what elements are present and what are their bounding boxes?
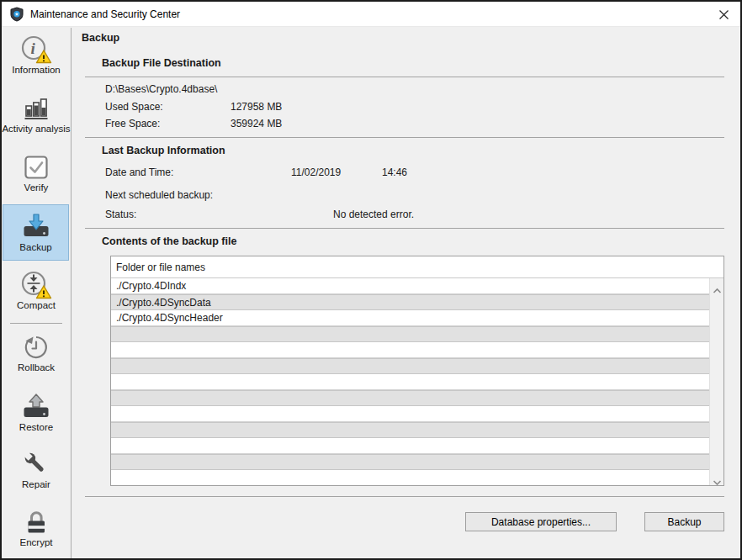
database-properties-button[interactable]: Database properties...	[465, 512, 617, 531]
sidebar-item-restore[interactable]: Restore	[2, 392, 71, 433]
list-row[interactable]	[111, 422, 709, 438]
list-row[interactable]	[111, 342, 709, 358]
repair-icon	[22, 449, 50, 479]
rollback-icon	[22, 332, 50, 362]
maintenance-security-center-window: Maintenance and Security Center i Inform…	[0, 0, 742, 560]
section-separator	[85, 137, 724, 138]
sidebar-item-label: Verify	[24, 182, 49, 193]
window-title: Maintenance and Security Center	[30, 8, 180, 20]
sidebar-item-label: Compact	[17, 300, 56, 311]
destination-path: D:\Bases\Crypto.4dbase\	[105, 83, 217, 95]
sidebar-item-backup[interactable]: Backup	[3, 204, 69, 261]
sidebar-item-label: Information	[12, 65, 61, 76]
title-bar: Maintenance and Security Center	[2, 2, 740, 27]
sidebar-item-label: Encrypt	[20, 537, 53, 548]
list-row[interactable]	[111, 406, 709, 422]
date-value: 11/02/2019	[291, 166, 341, 178]
status-value: No detected error.	[333, 209, 414, 220]
compact-icon	[20, 270, 52, 300]
sidebar-item-repair[interactable]: Repair	[2, 449, 71, 490]
list-row[interactable]	[111, 374, 709, 390]
next-backup-label: Next scheduled backup:	[105, 189, 213, 201]
sidebar-item-encrypt[interactable]: Encrypt	[2, 507, 71, 548]
scroll-up-icon[interactable]	[713, 283, 722, 289]
page-title: Backup	[82, 32, 119, 44]
time-value: 14:46	[382, 166, 407, 178]
close-icon[interactable]	[714, 6, 733, 23]
sidebar-item-label: Activity analysis	[2, 124, 70, 135]
sidebar-item-activity-analysis[interactable]: Activity analysis	[2, 93, 71, 135]
list-row[interactable]	[111, 326, 709, 342]
verify-icon	[22, 152, 50, 182]
backup-page: Backup Backup File Destination D:\Bases\…	[72, 28, 740, 558]
information-icon: i	[20, 34, 52, 65]
sidebar-item-label: Backup	[19, 242, 51, 253]
encrypt-icon	[22, 507, 50, 537]
sidebar-item-label: Rollback	[18, 362, 55, 373]
list-column-header: Folder or file names	[111, 256, 723, 278]
backup-icon	[21, 212, 51, 242]
date-time-label: Date and Time:	[105, 166, 173, 178]
section-separator	[85, 228, 724, 229]
list-row[interactable]: ./Crypto.4DSyncData	[111, 294, 709, 310]
list-row[interactable]	[111, 390, 709, 406]
sidebar-item-information[interactable]: i Information	[2, 34, 71, 76]
list-row[interactable]	[111, 358, 709, 374]
backup-button[interactable]: Backup	[644, 512, 724, 531]
sidebar-item-verify[interactable]: Verify	[2, 152, 71, 193]
status-label: Status:	[105, 209, 136, 220]
list-row[interactable]: ./Crypto.4DIndx	[111, 278, 709, 294]
backup-contents-list: Folder or file names ./Crypto.4DIndx./Cr…	[110, 256, 724, 486]
footer-separator	[85, 496, 724, 497]
list-row[interactable]: ./Crypto.4DSyncHeader	[111, 310, 709, 326]
shield-icon	[9, 7, 24, 22]
used-space-label: Used Space:	[105, 101, 163, 113]
sidebar-divider	[10, 323, 62, 324]
contents-heading: Contents of the backup file	[102, 235, 236, 247]
list-row[interactable]	[111, 454, 709, 470]
backup-contents-list-rows: ./Crypto.4DIndx./Crypto.4DSyncData./Cryp…	[111, 278, 709, 485]
sidebar-item-label: Restore	[19, 422, 53, 433]
last-backup-heading: Last Backup Information	[102, 145, 225, 156]
sidebar-item-compact[interactable]: Compact	[2, 270, 71, 311]
sidebar: i Information Activ	[2, 28, 72, 558]
free-space-value: 359924 MB	[231, 118, 282, 129]
restore-icon	[21, 392, 51, 422]
list-row[interactable]	[111, 470, 709, 486]
vertical-scrollbar[interactable]	[709, 278, 723, 485]
sidebar-item-label: Repair	[22, 479, 50, 490]
used-space-value: 127958 MB	[231, 101, 282, 113]
section-separator	[85, 77, 724, 77]
svg-text:i: i	[31, 40, 36, 57]
scroll-down-icon[interactable]	[713, 474, 722, 481]
sidebar-item-rollback[interactable]: Rollback	[2, 332, 71, 373]
list-row[interactable]	[111, 438, 709, 454]
destination-heading: Backup File Destination	[102, 57, 221, 69]
activity-analysis-icon	[22, 93, 50, 124]
free-space-label: Free Space:	[105, 118, 160, 129]
